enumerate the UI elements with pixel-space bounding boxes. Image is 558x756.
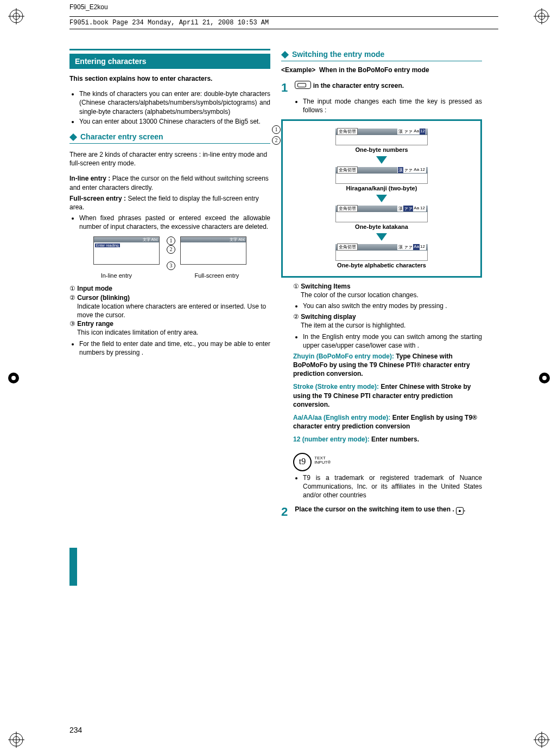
callout-2: 2 <box>272 136 281 145</box>
mode-switch-diagram: 1 2 全角切替漢ァァAa12 One-byte numbers 全角切替漢ァァ… <box>281 119 482 278</box>
circled-def-r1: ① Switching Items The color of the curso… <box>293 282 482 299</box>
left-column: Entering characters This section explain… <box>69 49 270 519</box>
subheading-label: Switching the entry mode <box>292 50 384 59</box>
registration-mark-tr <box>534 8 550 24</box>
doc-header: F905i_E2kou <box>69 3 108 11</box>
registration-mark-br <box>534 732 550 748</box>
intro-bullets: The kinds of characters you can enter ar… <box>69 89 270 126</box>
bullet-item: When fixed phrases pasted or entered exc… <box>79 214 270 231</box>
registration-mark-tl <box>8 8 24 24</box>
section-title: Entering characters <box>69 54 270 69</box>
diagram-label-3: One-byte katakana <box>285 223 478 230</box>
sub1-para: There are 2 kinds of character entry scr… <box>69 150 270 168</box>
entry-screen-diagram: 文字 Abc Enter reading 1 2 3 文字 Abc In-lin… <box>69 236 270 279</box>
callout-numbers: 1 2 3 <box>167 236 175 270</box>
circled-def-3-text: This icon indicates limitation of entry … <box>69 328 270 337</box>
mini-titlebar: 文字 Abc <box>181 237 246 242</box>
arrow-down-icon <box>376 195 387 202</box>
def-term: In-line entry : <box>69 175 112 182</box>
step-number-2: 2 <box>281 505 293 519</box>
t9-logo-block: t9 TEXTINPUT® <box>293 450 482 471</box>
diagram-label-4: One-byte alphabetic characters <box>285 262 478 268</box>
side-mark-right <box>536 370 553 386</box>
page-number: 234 <box>69 726 82 734</box>
label-fullscreen-entry: Full-screen entry <box>194 272 239 279</box>
bullet-item: You can enter about 13000 Chinese charac… <box>79 117 270 126</box>
arrow-down-icon <box>376 156 387 164</box>
side-index-tab <box>69 548 77 586</box>
subheading-label: Character entry screen <box>80 132 163 141</box>
label-inline-entry: In-line entry <box>101 272 132 279</box>
mini-titlebar: 文字 Abc <box>94 237 159 242</box>
circled-def-3: ③ Entry range This icon indicates limita… <box>69 319 270 337</box>
bullet-item: You can also switch the entry modes by p… <box>303 302 482 310</box>
bullet-item: T9 is a trademark or registered trademar… <box>303 473 482 500</box>
def-inline: In-line entry : Place the cursor on the … <box>69 174 270 191</box>
circled-def-1: ① Input mode <box>69 284 270 293</box>
bullet-item: The kinds of characters you can enter ar… <box>79 89 270 116</box>
registration-mark-bl <box>8 732 24 748</box>
t9-logo-icon: t9 <box>293 453 312 471</box>
diamond-icon <box>281 51 289 59</box>
title-bar-top-rule <box>69 49 270 50</box>
mode-number: 12 (number entry mode): Enter numbers. <box>293 435 482 444</box>
step-1: 1 in the character entry screen. <box>281 81 482 95</box>
enter-reading-label: Enter reading <box>95 244 120 247</box>
center-key-icon: ● <box>456 507 464 515</box>
side-mark-left <box>5 370 22 386</box>
mode-english: Aa/AA/aa (English entry mode): Enter Eng… <box>293 413 482 431</box>
diagram-label-2: Hiragana/kanji (two-byte) <box>285 185 478 191</box>
intro-text: This section explains how to enter chara… <box>69 74 270 83</box>
step-number-1: 1 <box>281 81 293 95</box>
mode-stroke: Stroke (Stroke entry mode): Enter Chines… <box>293 382 482 409</box>
circled-def-r2: ② Switching display The item at the curs… <box>293 312 482 330</box>
def-term: Full-screen entry : <box>69 195 128 202</box>
diagram-label-1: One-byte numbers <box>285 146 478 153</box>
bullet-item: For the field to enter date and time, et… <box>79 339 270 357</box>
arrow-down-icon <box>376 233 387 241</box>
svg-point-19 <box>542 376 547 380</box>
example-line: <Example> When in the BoPoMoFo entry mod… <box>281 66 482 74</box>
mode-zhuyin: Zhuyin (BoPoMoFo entry mode): Type Chine… <box>293 352 482 379</box>
circled-def-2: ② Cursor (blinking) Indicate location wh… <box>69 293 270 320</box>
diamond-icon <box>69 133 77 141</box>
circled-def-2-text: Indicate location where characters are e… <box>69 302 270 319</box>
subheading-char-entry: Character entry screen <box>69 132 270 144</box>
step-2: 2 Place the cursor on the switching item… <box>281 505 482 519</box>
menu-key-icon <box>295 81 311 89</box>
book-line: F905i.book Page 234 Monday, April 21, 20… <box>69 16 498 29</box>
right-column: Switching the entry mode <Example> When … <box>281 49 482 519</box>
bullet-item: The input mode changes each time the key… <box>303 97 482 114</box>
bullet-item: In the English entry mode you can switch… <box>303 332 482 350</box>
svg-point-17 <box>11 376 16 380</box>
callout-1: 1 <box>272 125 281 134</box>
subheading-switching: Switching the entry mode <box>281 50 482 59</box>
def-fullscreen: Full-screen entry : Select the field to … <box>69 194 270 212</box>
